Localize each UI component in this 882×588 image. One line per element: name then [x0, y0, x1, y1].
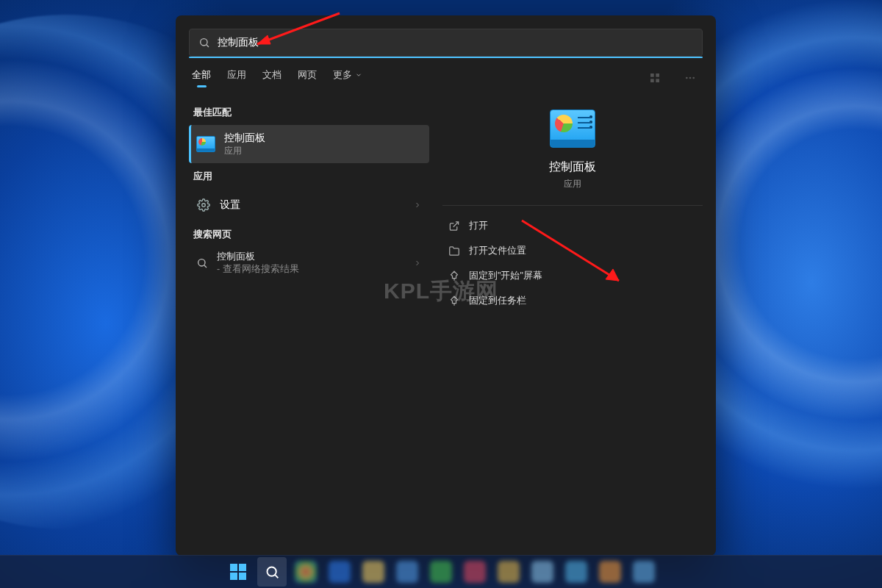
search-box[interactable] [189, 29, 703, 57]
svg-point-6 [686, 77, 688, 79]
taskbar-app[interactable] [291, 557, 320, 587]
ellipsis-icon [684, 72, 696, 84]
svg-rect-4 [650, 79, 654, 82]
folder-icon [448, 245, 460, 257]
svg-line-18 [275, 575, 278, 578]
taskbar-app[interactable] [595, 557, 625, 587]
chevron-right-icon [413, 201, 422, 209]
taskbar-app[interactable] [562, 557, 591, 587]
filter-docs[interactable]: 文档 [262, 68, 282, 87]
taskbar-app[interactable] [629, 557, 659, 587]
divider [442, 205, 703, 206]
web-suffix: - 查看网络搜索结果 [217, 263, 299, 276]
taskbar-search-button[interactable] [257, 557, 287, 587]
action-open[interactable]: 打开 [442, 213, 703, 238]
grid-icon [649, 72, 661, 84]
svg-line-1 [207, 45, 209, 47]
search-icon [196, 257, 208, 269]
section-web: 搜索网页 [189, 221, 429, 247]
more-options-button[interactable] [681, 68, 700, 87]
taskbar-app[interactable] [392, 557, 422, 587]
action-label: 打开文件位置 [469, 245, 526, 257]
pin-icon [448, 270, 460, 282]
svg-rect-2 [650, 74, 654, 77]
result-title: 设置 [220, 198, 240, 212]
chevron-right-icon [413, 259, 422, 268]
taskbar-app[interactable] [325, 557, 354, 587]
detail-subtitle: 应用 [564, 178, 581, 190]
action-label: 固定到任务栏 [469, 295, 526, 307]
chevron-down-icon [355, 71, 362, 79]
taskbar-app[interactable] [460, 557, 490, 587]
start-search-panel: 全部 应用 文档 网页 更多 最佳匹配 控制面板 应用 应用 [176, 15, 716, 556]
action-pin-taskbar[interactable]: 固定到任务栏 [442, 288, 703, 313]
start-button[interactable] [223, 557, 253, 587]
pin-icon [448, 295, 460, 306]
svg-point-17 [267, 567, 276, 576]
taskbar [0, 555, 882, 588]
account-button[interactable] [645, 68, 664, 87]
svg-line-11 [204, 265, 207, 268]
open-icon [448, 220, 460, 232]
action-pin-start[interactable]: 固定到"开始"屏幕 [442, 263, 703, 288]
gear-icon [196, 198, 211, 212]
result-subtitle: 应用 [224, 146, 265, 157]
svg-point-0 [201, 39, 207, 46]
svg-point-8 [692, 77, 695, 79]
filter-apps[interactable]: 应用 [227, 68, 246, 87]
filter-more[interactable]: 更多 [333, 68, 362, 87]
section-apps: 应用 [189, 163, 429, 189]
search-icon [265, 564, 280, 580]
action-label: 固定到"开始"屏幕 [469, 270, 542, 282]
result-web-search[interactable]: 控制面板 - 查看网络搜索结果 [189, 247, 429, 279]
web-term: 控制面板 [217, 251, 299, 263]
action-label: 打开 [469, 220, 488, 232]
taskbar-app[interactable] [426, 557, 456, 587]
filter-more-label: 更多 [333, 68, 352, 82]
result-settings[interactable]: 设置 [189, 189, 429, 221]
detail-column: 控制面板 应用 打开 打开文件位置 固定到"开始"屏幕 固定到任务 [429, 92, 716, 547]
detail-title: 控制面板 [549, 159, 596, 175]
search-icon [198, 37, 210, 49]
search-input[interactable] [210, 37, 693, 49]
filter-tabs: 全部 应用 文档 网页 更多 [176, 58, 716, 92]
results-column: 最佳匹配 控制面板 应用 应用 设置 搜索网页 控制面板 - 查看网络搜索结果 [176, 92, 429, 547]
svg-rect-5 [656, 79, 659, 82]
taskbar-app[interactable] [359, 557, 388, 587]
action-open-location[interactable]: 打开文件位置 [442, 238, 703, 263]
svg-point-10 [198, 259, 205, 266]
result-title: 控制面板 [224, 132, 265, 145]
control-panel-icon-large [550, 110, 595, 148]
section-best-match: 最佳匹配 [189, 99, 429, 125]
svg-line-12 [453, 221, 459, 226]
svg-point-9 [202, 204, 206, 207]
svg-rect-3 [656, 74, 659, 77]
filter-web[interactable]: 网页 [298, 68, 317, 87]
taskbar-app[interactable] [528, 557, 557, 587]
taskbar-app[interactable] [494, 557, 523, 587]
result-control-panel[interactable]: 控制面板 应用 [189, 125, 429, 163]
control-panel-icon [196, 136, 215, 152]
filter-all[interactable]: 全部 [192, 68, 211, 87]
svg-point-7 [689, 77, 692, 79]
